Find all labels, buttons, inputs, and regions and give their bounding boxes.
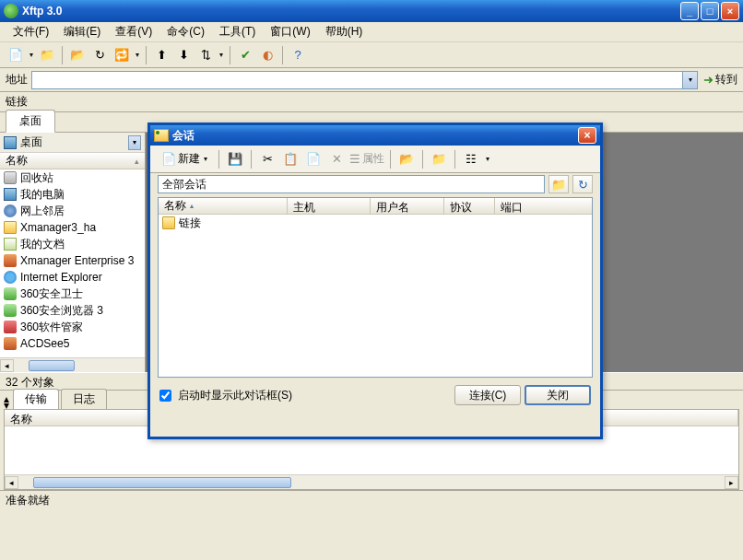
go-button[interactable]: ➜ 转到 bbox=[703, 72, 737, 88]
address-dropdown[interactable]: ▾ bbox=[683, 71, 698, 89]
paste-icon[interactable]: 📄 bbox=[303, 149, 324, 169]
transfer-icon[interactable]: ⇅ bbox=[195, 45, 216, 65]
close-button[interactable]: × bbox=[721, 2, 739, 20]
sync-icon[interactable]: 🔁 bbox=[112, 45, 132, 65]
file-icon bbox=[4, 337, 17, 350]
path-input[interactable] bbox=[158, 175, 545, 193]
go-label: 转到 bbox=[715, 72, 737, 88]
list-item[interactable]: ACDSee5 bbox=[0, 335, 145, 352]
props-icon: ☰ bbox=[349, 153, 360, 165]
file-label: 网上邻居 bbox=[20, 204, 65, 219]
session-icon[interactable]: 📁 bbox=[37, 45, 57, 65]
session-row[interactable]: 链接 bbox=[159, 215, 592, 231]
menu-view[interactable]: 查看(V) bbox=[108, 22, 159, 41]
dcol-host[interactable]: 主机 bbox=[288, 198, 371, 214]
scroll-left-icon[interactable]: ◂ bbox=[0, 359, 14, 372]
connect-button[interactable]: 连接(C) bbox=[454, 385, 521, 405]
file-icon bbox=[4, 271, 17, 284]
delete-icon[interactable]: ✕ bbox=[326, 149, 347, 169]
titlebar: Xftp 3.0 _ □ × bbox=[0, 0, 743, 22]
left-path-dropdown[interactable]: ▾ bbox=[128, 135, 141, 150]
menu-tools[interactable]: 工具(T) bbox=[212, 22, 263, 41]
new-dropdown[interactable]: ▾ bbox=[202, 155, 209, 163]
up-icon[interactable]: ⬆ bbox=[151, 45, 171, 65]
scroll-thumb[interactable] bbox=[29, 360, 75, 371]
refresh-dir-icon[interactable]: ↻ bbox=[572, 175, 593, 193]
file-label: 我的文档 bbox=[20, 237, 65, 252]
xcol-name[interactable]: 名称 bbox=[5, 410, 171, 426]
dialog-close-button[interactable]: × bbox=[578, 127, 596, 144]
dcol-name[interactable]: 名称 bbox=[159, 198, 288, 214]
menubar: 文件(F) 编辑(E) 查看(V) 命令(C) 工具(T) 窗口(W) 帮助(H… bbox=[0, 22, 743, 42]
window-title: Xftp 3.0 bbox=[22, 5, 678, 18]
address-bar: 地址 ▾ ➜ 转到 bbox=[0, 68, 743, 92]
dialog-footer: 启动时显示此对话框(S) 连接(C) 关闭 bbox=[150, 379, 600, 411]
file-label: Internet Explorer bbox=[20, 271, 102, 284]
menu-file[interactable]: 文件(F) bbox=[6, 22, 56, 41]
help-icon[interactable]: ? bbox=[288, 45, 308, 65]
tab-log[interactable]: 日志 bbox=[61, 389, 107, 409]
file-label: Xmanager3_ha bbox=[20, 221, 96, 234]
left-list-header[interactable]: 名称 ▴ bbox=[0, 153, 145, 169]
dcol-user[interactable]: 用户名 bbox=[371, 198, 444, 214]
file-label: ACDSee5 bbox=[20, 337, 69, 350]
links-bar: 链接 bbox=[0, 92, 743, 112]
new-session-dropdown[interactable]: ▾ bbox=[28, 51, 35, 59]
list-item[interactable]: 我的电脑 bbox=[0, 186, 145, 203]
view-icon[interactable]: ☷ bbox=[461, 149, 481, 169]
view-dropdown[interactable]: ▾ bbox=[484, 155, 491, 163]
new-folder-icon[interactable]: 📁 bbox=[429, 149, 449, 169]
new-session-icon[interactable]: 📄 bbox=[6, 45, 26, 65]
save-icon[interactable]: 💾 bbox=[225, 149, 245, 169]
transfer-dropdown[interactable]: ▾ bbox=[218, 51, 225, 59]
copy-icon[interactable]: 📋 bbox=[280, 149, 301, 169]
file-label: 360软件管家 bbox=[20, 320, 83, 335]
menu-help[interactable]: 帮助(H) bbox=[318, 22, 371, 41]
minimize-button[interactable]: _ bbox=[680, 2, 699, 20]
menu-cmd[interactable]: 命令(C) bbox=[159, 22, 212, 41]
sort-icon: ▴ bbox=[135, 157, 139, 166]
new-button[interactable]: 📄 新建 ▾ bbox=[158, 149, 213, 169]
shell-icon[interactable]: ◐ bbox=[257, 45, 277, 65]
dcol-proto[interactable]: 协议 bbox=[444, 198, 495, 214]
dialog-titlebar[interactable]: 会话 × bbox=[150, 125, 600, 146]
file-icon bbox=[4, 321, 17, 333]
list-item[interactable]: 回收站 bbox=[0, 169, 145, 186]
file-list[interactable]: 回收站我的电脑网上邻居Xmanager3_ha我的文档Xmanager Ente… bbox=[0, 169, 145, 357]
address-input[interactable] bbox=[31, 71, 683, 89]
dcol-port[interactable]: 端口 bbox=[495, 198, 592, 214]
tab-desktop[interactable]: 桌面 bbox=[6, 110, 55, 133]
tab-scroll[interactable]: ▴▾ bbox=[4, 396, 9, 409]
list-item[interactable]: Xmanager3_ha bbox=[0, 219, 145, 236]
menu-edit[interactable]: 编辑(E) bbox=[56, 22, 108, 41]
cut-icon[interactable]: ✂ bbox=[257, 149, 277, 169]
xscroll-right-icon[interactable]: ▸ bbox=[725, 476, 738, 489]
refresh-icon[interactable]: ↻ bbox=[89, 45, 110, 65]
list-item[interactable]: Xmanager Enterprise 3 bbox=[0, 252, 145, 269]
sync-dropdown[interactable]: ▾ bbox=[134, 51, 141, 59]
transfer-hscroll[interactable]: ◂ ▸ bbox=[5, 474, 738, 489]
bookmark-icon[interactable]: ✔ bbox=[235, 45, 255, 65]
file-label: 我的电脑 bbox=[20, 187, 65, 203]
show-startup-label[interactable]: 启动时显示此对话框(S) bbox=[178, 388, 292, 403]
close-dialog-button[interactable]: 关闭 bbox=[525, 385, 591, 405]
properties-button[interactable]: ☰ 属性 bbox=[349, 151, 384, 167]
session-list[interactable]: 名称 主机 用户名 协议 端口 链接 bbox=[158, 197, 593, 378]
list-item[interactable]: 我的文档 bbox=[0, 236, 145, 252]
tab-transfer[interactable]: 传输 bbox=[13, 389, 59, 409]
xscroll-left-icon[interactable]: ◂ bbox=[5, 476, 18, 489]
open-folder-icon[interactable]: 📂 bbox=[396, 149, 417, 169]
down-icon[interactable]: ⬇ bbox=[173, 45, 194, 65]
list-item[interactable]: 360软件管家 bbox=[0, 319, 145, 335]
list-item[interactable]: 网上邻居 bbox=[0, 203, 145, 219]
left-hscroll[interactable]: ◂ bbox=[0, 357, 145, 372]
list-item[interactable]: Internet Explorer bbox=[0, 269, 145, 286]
menu-window[interactable]: 窗口(W) bbox=[263, 22, 317, 41]
maximize-button[interactable]: □ bbox=[701, 2, 719, 20]
show-startup-checkbox[interactable] bbox=[159, 390, 171, 402]
list-item[interactable]: 360安全浏览器 3 bbox=[0, 302, 145, 319]
list-item[interactable]: 360安全卫士 bbox=[0, 286, 145, 302]
xscroll-thumb[interactable] bbox=[33, 477, 291, 488]
reconnect-icon[interactable]: 📂 bbox=[67, 45, 88, 65]
up-dir-icon[interactable]: 📁 bbox=[548, 175, 569, 193]
